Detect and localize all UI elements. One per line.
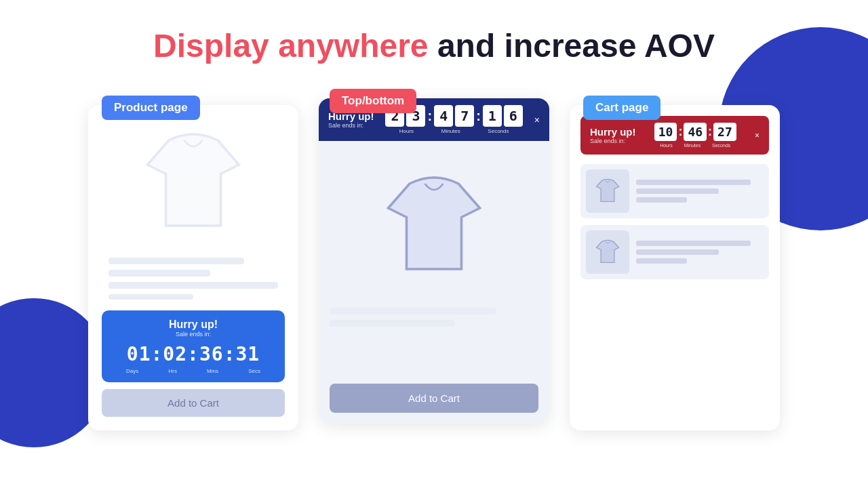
topbottom-banner-left: Hurry up! Sale ends in: bbox=[328, 110, 374, 129]
cart-banner-left: Hurry up! Sale ends in: bbox=[590, 126, 636, 144]
timer-digit-6: 6 bbox=[504, 105, 523, 127]
cart-digit-minutes: 46 bbox=[684, 123, 707, 141]
cart-timer-labels: Hours Minutes Seconds bbox=[654, 143, 736, 148]
placeholder-line-3 bbox=[108, 282, 278, 289]
label-minutes: Minutes bbox=[441, 128, 460, 134]
cart-label-minutes: Minutes bbox=[684, 143, 701, 148]
placeholder-line-2 bbox=[108, 270, 210, 277]
product-countdown-title: Hurry up! bbox=[111, 319, 275, 331]
product-countdown-labels: Days Hrs Mins Secs bbox=[111, 368, 275, 374]
timer-digit-3: 4 bbox=[434, 105, 453, 127]
timer-colon-1: : bbox=[427, 108, 432, 124]
product-countdown-timer: 01:02:36:31 bbox=[111, 343, 275, 365]
cart-info-line-1c bbox=[636, 197, 687, 203]
cart-timer-digits: 10 : 46 : 27 bbox=[654, 123, 736, 141]
cart-shirt-icon-1 bbox=[593, 176, 623, 206]
product-page-tag: Product page bbox=[102, 96, 200, 120]
cards-container: Product page Hurry up! Sale ends in: 01:… bbox=[0, 85, 868, 430]
cart-label-seconds: Seconds bbox=[712, 143, 730, 148]
cart-timer-group: 10 : 46 : 27 Hours Minutes Seconds bbox=[654, 123, 736, 148]
product-add-to-cart-button[interactable]: Add to Cart bbox=[102, 389, 285, 417]
topbottom-timer-labels: Hours Minutes Seconds bbox=[385, 128, 522, 134]
header-highlight: Display anywhere bbox=[153, 28, 429, 64]
cart-banner-subtitle: Sale ends in: bbox=[590, 138, 636, 144]
placeholder-line-1 bbox=[108, 258, 244, 264]
label-hrs: Hrs bbox=[168, 368, 176, 374]
cart-item-thumb-2 bbox=[586, 230, 629, 274]
timer-digit-5: 1 bbox=[483, 105, 502, 127]
product-countdown-subtitle: Sale ends in: bbox=[111, 331, 275, 338]
topbottom-line-1 bbox=[330, 308, 496, 314]
cart-item-info-2 bbox=[636, 241, 764, 264]
cart-info-line-1a bbox=[636, 180, 751, 185]
cart-digit-seconds: 27 bbox=[713, 123, 736, 141]
topbottom-card: Hurry up! Sale ends in: 2 3 : 4 7 : 1 6 bbox=[319, 98, 549, 424]
product-placeholder-lines bbox=[102, 258, 285, 300]
cart-item-thumb-1 bbox=[586, 169, 629, 213]
cart-info-line-2a bbox=[636, 241, 751, 246]
cart-info-line-2b bbox=[636, 249, 719, 255]
cart-page-tag: Cart page bbox=[583, 96, 660, 120]
topbottom-shirt-area bbox=[359, 152, 509, 301]
cart-items-list bbox=[580, 164, 769, 279]
topbottom-placeholder-lines bbox=[330, 308, 538, 327]
timer-digit-4: 7 bbox=[455, 105, 474, 127]
page-header: Display anywhere and increase AOV bbox=[0, 0, 868, 85]
shirt-icon-topbottom bbox=[373, 165, 495, 287]
topbottom-body: Add to Cart bbox=[319, 141, 549, 424]
cart-colon-2: : bbox=[708, 125, 712, 139]
label-secs: Secs bbox=[248, 368, 260, 374]
label-mins: Mins bbox=[207, 368, 218, 374]
product-card-wrapper: Product page Hurry up! Sale ends in: 01:… bbox=[88, 105, 298, 430]
label-days: Days bbox=[126, 368, 138, 374]
product-card: Hurry up! Sale ends in: 01:02:36:31 Days… bbox=[88, 105, 298, 430]
cart-digit-hours: 10 bbox=[654, 123, 677, 141]
placeholder-line-4 bbox=[108, 294, 193, 300]
topbottom-add-to-cart-button[interactable]: Add to Cart bbox=[330, 384, 538, 413]
countdown-banner-product: Hurry up! Sale ends in: 01:02:36:31 Days… bbox=[102, 310, 285, 382]
cart-info-line-2c bbox=[636, 258, 687, 264]
label-seconds: Seconds bbox=[488, 128, 509, 134]
header-normal: and increase AOV bbox=[429, 28, 715, 64]
topbottom-page-tag: Top/bottom bbox=[330, 89, 416, 113]
topbottom-line-2 bbox=[330, 320, 455, 327]
cart-info-line-1b bbox=[636, 188, 719, 194]
topbottom-card-wrapper: Top/bottom Hurry up! Sale ends in: 2 3 :… bbox=[319, 98, 549, 424]
cart-label-hours: Hours bbox=[660, 143, 673, 148]
cart-card-wrapper: Cart page Hurry up! Sale ends in: 10 : 4… bbox=[570, 105, 780, 430]
shirt-icon-large bbox=[132, 122, 254, 244]
cart-banner-close[interactable]: × bbox=[755, 131, 760, 140]
cart-banner-title: Hurry up! bbox=[590, 126, 636, 138]
timer-colon-2: : bbox=[476, 108, 481, 124]
product-image-area bbox=[115, 119, 271, 247]
cart-item-1 bbox=[580, 164, 769, 218]
cart-colon-1: : bbox=[678, 125, 682, 139]
cart-card: Hurry up! Sale ends in: 10 : 46 : 27 Hou… bbox=[570, 105, 780, 430]
cart-countdown-banner: Hurry up! Sale ends in: 10 : 46 : 27 Hou… bbox=[580, 116, 769, 155]
cart-item-info-1 bbox=[636, 180, 764, 203]
cart-item-2 bbox=[580, 225, 769, 279]
topbottom-banner-subtitle: Sale ends in: bbox=[328, 122, 374, 129]
cart-shirt-icon-2 bbox=[593, 237, 623, 267]
topbottom-banner-close[interactable]: × bbox=[534, 115, 540, 125]
label-hours: Hours bbox=[399, 128, 414, 134]
